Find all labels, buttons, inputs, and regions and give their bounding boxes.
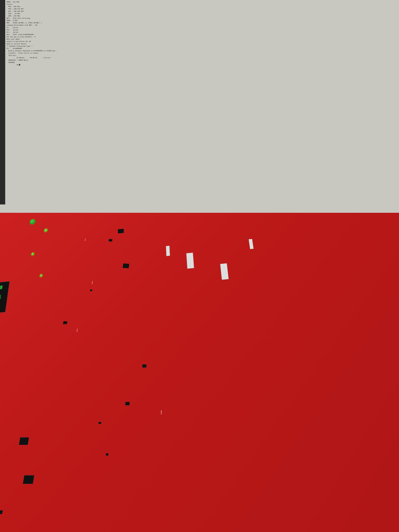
ic-dip-chip: [0, 510, 3, 514]
ic-chip-8: [98, 422, 101, 424]
seven-segment-display: 8 1 0: [0, 281, 10, 314]
ic-chip-6: [142, 364, 146, 367]
terminal-line: 10 KB/sec 00:00:01 0 Errors: [6, 57, 398, 59]
green-button-top[interactable]: [29, 219, 36, 225]
seg-digit-2: 1: [0, 295, 1, 300]
terminal-line: - MCU : 208.878 MHz: [6, 8, 398, 10]
terminal-line: DRAM: 512 MiB: [6, 1, 398, 3]
terminal-line: Loading Environment from MMC... OK: [6, 24, 398, 26]
terminal-line: ** Unknown filesystem type **: [6, 45, 398, 47]
key2-label: KEY2: [92, 281, 93, 284]
ic-chip-3: [123, 263, 129, 268]
seg-digit-1: 8: [0, 285, 3, 290]
white-connector-3: [166, 246, 170, 256]
terminal-line: - MPU : 650 MHz: [6, 6, 398, 8]
terminal-line: NAND: 0 MiB: [6, 19, 398, 22]
ic-chip-1: [118, 229, 124, 234]
terminal-line: Net: eth0: ethernet@5800a000: [6, 33, 398, 36]
terminal-line: Err: serial: [6, 31, 398, 33]
terminal-line: MMC: STM32 SD/MMC: 0, STM32 SD/MMC: 1: [6, 22, 398, 24]
terminal-line: WDT: Stop with serviving: [6, 17, 398, 19]
terminal-line: transfer. Press Ctrl+C to cancel.: [6, 52, 398, 54]
ic-chip-large-1: [19, 437, 29, 445]
terminal-line: Clocks:: [6, 3, 398, 6]
pcb-surface: 8 1 0 KEY1 KEY2 KEY3 CAM8 REMOVE SE: [0, 213, 399, 532]
key3-label: KEY3: [76, 329, 78, 332]
ic-chip-2: [108, 239, 112, 241]
terminal-line: Out: serial: [6, 29, 398, 31]
led-1: [44, 229, 47, 232]
terminal-line: Hit any key to stop autoboot: 0: [6, 36, 398, 38]
white-connector-2: [220, 263, 228, 280]
terminal-line: Binary (kermit) download to 0xC0008000 a…: [6, 50, 398, 52]
cam8-label: CAM8: [160, 411, 162, 415]
terminal-line: abc█: [6, 64, 398, 66]
terminal-line: - PER : 24 MHz: [6, 13, 398, 15]
led-3: [40, 275, 42, 277]
ic-chip-9: [106, 453, 108, 456]
terminal-line: In: serial: [6, 26, 398, 29]
terminal-line: face.bin...: [6, 54, 398, 57]
led-2: [32, 253, 34, 255]
white-connector-4: [249, 239, 254, 249]
monitor-bezel: [0, 0, 5, 204]
terminal-line: FS: 0xc0008000: [6, 47, 398, 50]
terminal-line: 00002a80 = 10880 Bytes: [6, 59, 398, 61]
ic-chip-4: [90, 290, 92, 291]
terminal-line: - DDR : 533 MHz: [6, 15, 398, 17]
terminal-line: Boot over mmc0!: [6, 38, 398, 40]
pcb-board: 8 1 0 KEY1 KEY2 KEY3 CAM8 REMOVE SE: [0, 213, 399, 532]
ic-chip-5: [63, 321, 67, 324]
ic-chip-large-2: [23, 475, 34, 484]
ic-chip-7: [125, 402, 130, 405]
key1-label: KEY1: [84, 238, 86, 241]
terminal-line: mmc0 is current device: [6, 43, 398, 45]
terminal-line: switch to partitions #0, OK: [6, 40, 398, 43]
white-connector-1: [186, 253, 194, 269]
terminal-line: - AXI : 266.500 MHz: [6, 10, 398, 13]
terminal-line: 0008000: [6, 61, 398, 64]
